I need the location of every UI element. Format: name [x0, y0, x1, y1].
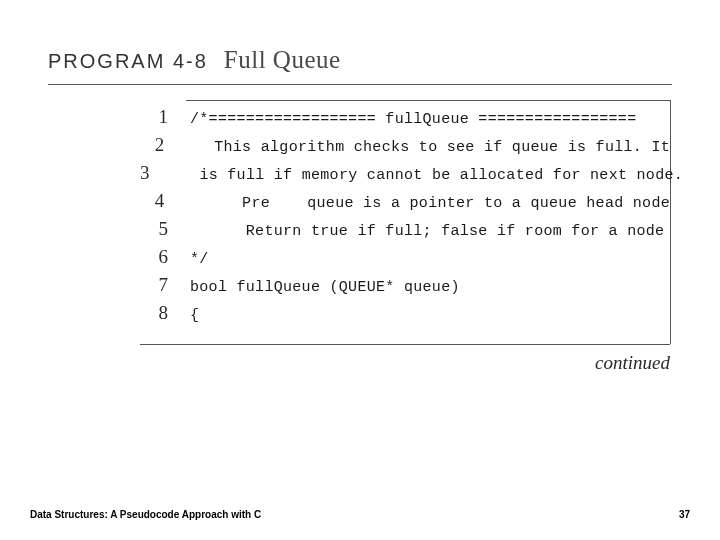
code-text: is full if memory cannot be allocated fo… — [172, 167, 684, 184]
code-listing: 1 /*================== fullQueue =======… — [140, 106, 670, 330]
code-line: 1 /*================== fullQueue =======… — [140, 106, 670, 134]
footer-book-title: Data Structures: A Pseudocode Approach w… — [30, 509, 261, 520]
program-label: PROGRAM 4-8 — [48, 50, 208, 73]
line-number: 2 — [140, 134, 164, 156]
line-number: 7 — [140, 274, 168, 296]
program-header: PROGRAM 4-8 Full Queue — [48, 46, 341, 74]
code-text: { — [190, 307, 199, 324]
slide-page: PROGRAM 4-8 Full Queue 1 /*=============… — [0, 0, 720, 540]
footer-page-number: 37 — [679, 509, 690, 520]
code-line: 5 Return true if full; false if room for… — [140, 218, 670, 246]
header-rule — [48, 84, 672, 85]
code-box-bottom — [140, 344, 670, 345]
code-box-top — [186, 100, 670, 101]
continued-label: continued — [595, 352, 670, 374]
code-text: */ — [190, 251, 209, 268]
code-line: 3 is full if memory cannot be allocated … — [140, 162, 670, 190]
code-line: 2 This algorithm checks to see if queue … — [140, 134, 670, 162]
line-number: 8 — [140, 302, 168, 324]
code-line: 8 { — [140, 302, 670, 330]
code-text: /*================== fullQueue =========… — [190, 111, 636, 128]
code-text: Pre queue is a pointer to a queue head n… — [186, 195, 670, 212]
code-line: 7 bool fullQueue (QUEUE* queue) — [140, 274, 670, 302]
code-line: 6 */ — [140, 246, 670, 274]
line-number: 3 — [140, 162, 150, 184]
code-text: bool fullQueue (QUEUE* queue) — [190, 279, 460, 296]
line-number: 6 — [140, 246, 168, 268]
line-number: 1 — [140, 106, 168, 128]
code-line: 4 Pre queue is a pointer to a queue head… — [140, 190, 670, 218]
code-text: This algorithm checks to see if queue is… — [186, 139, 670, 156]
code-text: Return true if full; false if room for a… — [190, 223, 664, 240]
program-title: Full Queue — [224, 46, 341, 74]
line-number: 4 — [140, 190, 164, 212]
line-number: 5 — [140, 218, 168, 240]
code-box-right — [670, 100, 671, 344]
